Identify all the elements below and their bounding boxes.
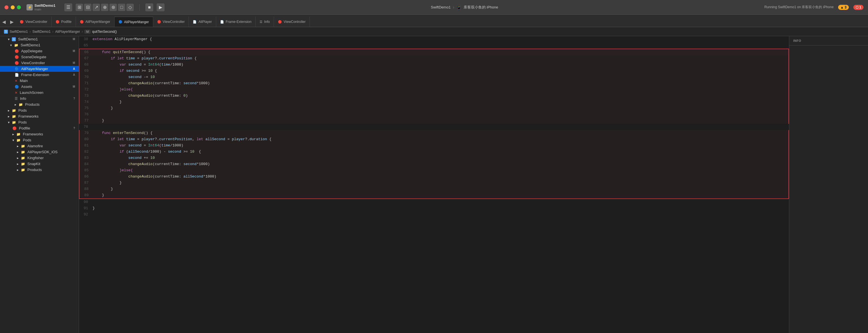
tab-frame-extension[interactable]: 📄 Frame-Extension [216,17,256,27]
tab-viewcontroller2[interactable]: 🔴 ViewController [153,17,189,27]
code-line-85: 85 }else{ [79,167,789,173]
sidebar-label: Assets [21,85,32,89]
code-line-72: 72 }else{ [79,86,789,93]
code-line-90: 90 [79,199,789,205]
tab-forward-button[interactable]: ▶ [8,17,16,27]
sidebar-item-alamofire[interactable]: ▸ 📁 Alamofire [0,143,79,149]
tab-back-button[interactable]: ◀ [0,17,8,27]
sidebar-badge: ? [72,127,76,130]
tab-viewcontroller1[interactable]: 🔴 ViewController [16,17,52,27]
sidebar-item-aliplayersdk[interactable]: ▸ 📁 AliPlayerSDK_iOS [0,149,79,155]
code-line-65: 65 [79,43,789,49]
sidebar-badge: M [71,61,76,65]
sidebar-item-podfile[interactable]: 🔴 Podfile ? [0,125,79,131]
traffic-lights [4,5,21,9]
tab-label: Frame-Extension [226,20,251,24]
toolbar-icon-7[interactable]: ◇ [126,4,134,11]
warning-badge: ▲ 3 [838,5,849,10]
tab-viewcontroller3[interactable]: 🔴 ViewController [274,17,310,27]
sidebar-badge: M [71,49,76,53]
code-line-66: 66 func quitTenSecond() { [79,49,789,55]
sidebar-item-swiftdemo1-group[interactable]: ▾ 📁 SwiftDemo1 [0,42,79,48]
tab-aliplayer[interactable]: 📄 AliPlayer [189,17,216,27]
sidebar-item-snapkit[interactable]: ▸ 📁 SnapKit [0,161,79,167]
code-line-88: 88 } [79,186,789,192]
tab-info[interactable]: ☰ Info [256,17,274,27]
tab-aliplayermanger1[interactable]: 🔴 AliPlayerManger [76,17,115,27]
code-line-91: 91 } [79,205,789,212]
breadcrumb-item-1[interactable]: SwiftDemo1 [9,30,28,34]
stop-button[interactable]: ■ [145,3,153,11]
main-layout: ▾ S SwiftDemo1 M ▾ 📁 SwiftDemo1 🔴 AppDel… [0,36,868,333]
tab-aliplayermanger2[interactable]: 🔵 AliPlayerManger [115,17,153,27]
close-button[interactable] [4,5,8,9]
sidebar-label: ViewController [21,61,45,65]
sidebar-item-products[interactable]: ▸ 📁 Products [0,102,79,107]
code-line-74: 74 } [79,99,789,105]
minimize-button[interactable] [11,5,15,9]
code-line-81: 81 var second = Int64(time/1000) [79,142,789,149]
sidebar-item-pods-sub[interactable]: ▾ 📁 Pods [0,137,79,143]
sidebar-badge: ? [72,97,76,100]
sidebar-item-products2[interactable]: ▸ 📁 Products [0,167,79,173]
sidebar-label: AppDelegate [21,49,42,53]
sidebar-item-frame-extension[interactable]: 📄 Frame-Extension A [0,72,79,78]
running-status: Running SwiftDemo1 on 库客双小鱼的 iPhone [765,5,834,9]
play-button[interactable]: ▶ [157,3,164,11]
toolbar-icon-2[interactable]: ⊟ [84,4,91,11]
toolbar-icon-3[interactable]: ↗ [93,4,100,11]
sidebar-item-appdelegate[interactable]: 🔴 AppDelegate M [0,48,79,54]
sidebar-label: LaunchScreen [20,90,43,95]
tab-label: ViewController [163,20,185,24]
sidebar-item-swiftdemo1-root[interactable]: ▾ S SwiftDemo1 M [0,36,79,42]
titlebar: ⚡ SwiftDemo1 main ☰ ⊞ ⊟ ↗ ⊕ ⊛ □ ◇ ■ ▶ Sw… [0,0,868,15]
toolbar-icon-6[interactable]: □ [118,4,125,11]
code-line-92: 92 [79,212,789,218]
sidebar-item-viewcontroller[interactable]: 🔴 ViewController M [0,60,79,66]
sidebar-item-assets[interactable]: 🔵 Assets M [0,84,79,90]
toolbar-icon-5[interactable]: ⊛ [110,4,117,11]
sidebar-item-frameworks-root[interactable]: ▸ 📁 Frameworks [0,113,79,119]
maximize-button[interactable] [17,5,21,9]
sidebar-label: Kingfisher [27,156,44,160]
sidebar-item-kingfisher[interactable]: ▸ 📁 Kingfisher [0,155,79,161]
breadcrumb: S SwiftDemo1 › SwiftDemo1 › AliPlayerMan… [0,27,868,36]
code-editor[interactable]: 38 extension AliPlayerManger { 65 66 fun… [79,36,789,333]
tab-label: Info [264,20,270,24]
sidebar-item-pods-root[interactable]: ▸ 📁 Pods [0,107,79,113]
sidebar-item-main[interactable]: ✕ Main [0,78,79,84]
toolbar-icon-1[interactable]: ⊞ [75,4,83,11]
sidebar-item-pods-group[interactable]: ▾ 📁 Pods [0,119,79,125]
breadcrumb-item-2[interactable]: SwiftDemo1 [32,30,51,34]
code-line-73: 73 changeAudio(currentTime: 0) [79,93,789,99]
sidebar-item-info[interactable]: ☰ Info ? [0,95,79,102]
code-line-84: 84 changeAudio(currentTime: second*1000) [79,161,789,167]
tab-label: Podfile [61,20,72,24]
inspector-header: Info [789,36,868,46]
sidebar-label: Info [20,96,26,101]
project-subtitle: main [34,8,55,11]
code-line-80: 80 if let time = player?.currentPosition… [79,136,789,142]
code-line-82: 82 if (allSecond/1000) - second >= 10 { [79,149,789,155]
breadcrumb-item-4[interactable]: quitTenSecond() [92,30,117,34]
device-name: 库客双小鱼的 iPhone [464,5,498,10]
sidebar-item-launchscreen[interactable]: ✕ LaunchScreen [0,90,79,95]
code-line-75: 75 } [79,105,789,111]
breadcrumb-item-3[interactable]: AliPlayerManger [55,30,80,34]
sidebar-label: SwiftDemo1 [18,37,38,41]
code-line-79: 79 func enterTenSecond() { [79,130,789,136]
toolbar-icon-4[interactable]: ⊕ [101,4,108,11]
code-line-83: 83 second += 10 [79,155,789,161]
sidebar-item-aliplayermanger[interactable]: 🔵 AliPlayerManger A [0,66,79,72]
tab-label: AliPlayerManger [86,20,110,24]
sidebar-item-scenedelegate[interactable]: 🔴 SceneDelegate [0,54,79,60]
sidebar-badge: M [71,85,76,88]
sidebar-item-frameworks2[interactable]: ▸ 📁 Frameworks [0,131,79,137]
tab-podfile[interactable]: 🔴 Podfile [52,17,76,27]
sidebar-label: Frame-Extension [21,73,49,77]
code-line-69: 69 if second >= 10 { [79,68,789,74]
code-line-86: 86 changeAudio(currentTime: allSecond*10… [79,173,789,180]
sidebar-toggle-button[interactable]: ☰ [64,3,72,11]
sidebar-label: Frameworks [23,132,43,136]
tab-label: ViewController [284,20,306,24]
